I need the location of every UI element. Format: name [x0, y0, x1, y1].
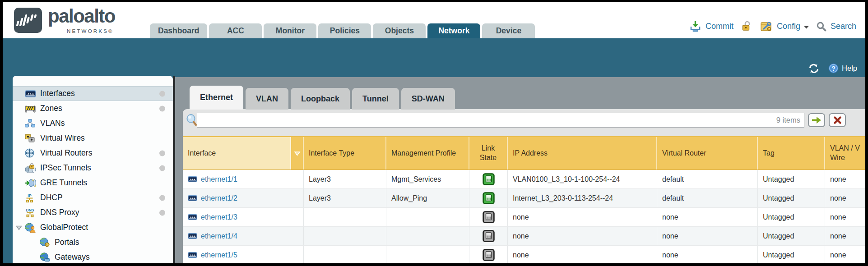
tab-monitor[interactable]: Monitor	[264, 23, 316, 38]
refresh-icon[interactable]	[808, 64, 820, 73]
col-header-link-state[interactable]: Link State	[469, 137, 508, 170]
cell-mgmt	[386, 227, 469, 245]
teal-toolbar: ? Help	[3, 38, 865, 77]
col-header-vlan-virtual-wire[interactable]: VLAN / V Wire	[825, 137, 865, 170]
cell-name: ethernet1/3	[183, 208, 304, 226]
sidebar-item-gre-tunnels[interactable]: GRE Tunnels	[13, 175, 173, 190]
sidebar-list: InterfacesZonesVLANsVirtual WiresVirtual…	[13, 76, 173, 263]
table-row-ethernet1-4: ethernet1/4nonenoneUntaggednone	[183, 227, 865, 246]
cell-link	[469, 208, 508, 226]
sidebar-item-label: Gateways	[55, 252, 90, 262]
cell-mgmt	[386, 208, 469, 226]
cell-type	[304, 246, 386, 263]
tab-acc[interactable]: ACC	[209, 23, 262, 38]
green-arrow-icon	[811, 116, 822, 124]
brand-subtext: NETWORKS®	[67, 28, 114, 34]
link-down-icon	[483, 211, 495, 223]
interface-link[interactable]: ethernet1/3	[201, 213, 237, 221]
cell-ip: none	[508, 208, 657, 226]
cell-tag: Untagged	[758, 227, 825, 245]
interfaces-icon	[25, 89, 37, 99]
sidebar-item-virtual-routers[interactable]: Virtual Routers	[13, 146, 173, 161]
dns-proxy-icon: DNS	[25, 208, 37, 218]
interfaces-table: Interface Interface Type Management Prof…	[183, 136, 865, 263]
ethernet-interface-icon	[188, 252, 197, 258]
table-body: ethernet1/1Layer3Mgmt_ServicesVLAN0100_L…	[183, 170, 865, 263]
commit-icon[interactable]	[689, 21, 701, 32]
tab-policies[interactable]: Policies	[318, 23, 371, 38]
cell-vlan: none	[825, 170, 865, 188]
cell-mgmt: Mgmt_Services	[386, 170, 469, 188]
subtab-vlan[interactable]: VLAN	[246, 88, 288, 110]
column-menu-button[interactable]	[291, 137, 304, 170]
cell-link	[469, 189, 508, 207]
config-button[interactable]: Config	[777, 22, 800, 31]
sidebar-item-virtual-wires[interactable]: Virtual Wires	[13, 131, 173, 146]
status-dot	[159, 105, 165, 111]
table-row-ethernet1-5: ethernet1/5nonenoneUntaggednone	[183, 246, 865, 263]
tab-network[interactable]: Network	[427, 23, 480, 38]
sidebar-item-label: Portals	[55, 238, 79, 247]
top-header: paloalto NETWORKS® Dashboard ACC Monitor…	[3, 2, 865, 38]
main-content: Ethernet VLAN Loopback Tunnel SD-WAN 9 i…	[175, 77, 865, 263]
sidebar-item-globalprotect[interactable]: GlobalProtect	[13, 220, 173, 235]
help-icon[interactable]: ?	[828, 63, 839, 73]
col-header-virtual-router[interactable]: Virtual Router	[657, 137, 758, 170]
sidebar-item-ipsec-tunnels[interactable]: IPSec Tunnels	[13, 161, 173, 175]
sidebar-item-gateways[interactable]: Gateways	[13, 250, 173, 263]
interface-link[interactable]: ethernet1/1	[201, 175, 237, 183]
red-x-icon	[833, 116, 842, 124]
config-icon[interactable]	[760, 21, 773, 32]
filter-input[interactable]	[197, 113, 804, 128]
cell-tag: Untagged	[758, 208, 825, 226]
interface-link[interactable]: ethernet1/4	[201, 232, 237, 240]
table-row-ethernet1-3: ethernet1/3nonenoneUntaggednone	[183, 208, 865, 227]
col-header-interface[interactable]: Interface	[183, 137, 291, 170]
col-header-tag[interactable]: Tag	[758, 137, 825, 170]
subtab-loopback[interactable]: Loopback	[291, 88, 350, 110]
lock-icon[interactable]	[741, 21, 752, 32]
portals-icon	[39, 238, 51, 248]
expander-icon[interactable]	[16, 225, 22, 230]
link-up-icon	[483, 192, 495, 204]
status-dot	[159, 150, 165, 156]
col-header-management-profile[interactable]: Management Profile	[386, 137, 469, 170]
sidebar-item-portals[interactable]: Portals	[13, 235, 173, 250]
col-header-interface-type[interactable]: Interface Type	[304, 137, 386, 170]
cell-type: Layer3	[304, 189, 386, 207]
cell-tag: Untagged	[758, 170, 825, 188]
subtab-tunnel[interactable]: Tunnel	[352, 88, 399, 110]
sidebar-item-vlans[interactable]: VLANs	[13, 116, 173, 131]
tab-device[interactable]: Device	[482, 23, 535, 38]
virtual-routers-icon	[25, 148, 37, 158]
sidebar-item-zones[interactable]: Zones	[13, 101, 173, 116]
subtab-ethernet[interactable]: Ethernet	[190, 86, 243, 110]
clear-filter-button[interactable]	[829, 113, 846, 127]
vlans-icon	[25, 119, 37, 128]
sidebar-item-dns-proxy[interactable]: DNSDNS Proxy	[13, 205, 173, 220]
sidebar-item-interfaces[interactable]: Interfaces	[13, 86, 173, 101]
panos-web-ui: paloalto NETWORKS® Dashboard ACC Monitor…	[3, 2, 865, 263]
col-header-vlan-line2: Wire	[830, 153, 845, 163]
help-link[interactable]: Help	[842, 64, 857, 73]
screenshot-frame: paloalto NETWORKS® Dashboard ACC Monitor…	[0, 0, 868, 266]
sidebar-item-dhcp[interactable]: IPDHCP	[13, 190, 173, 205]
cell-type	[304, 227, 386, 245]
search-icon[interactable]	[816, 21, 826, 32]
tab-dashboard[interactable]: Dashboard	[150, 23, 207, 38]
globalprotect-icon	[25, 223, 37, 233]
cell-ip: none	[508, 227, 657, 245]
chevron-down-icon[interactable]	[803, 25, 809, 29]
status-dot	[159, 165, 165, 171]
subtab-sdwan[interactable]: SD-WAN	[401, 88, 455, 110]
commit-button[interactable]: Commit	[706, 22, 733, 31]
sort-dropdown-icon	[294, 151, 301, 156]
col-header-ip-address[interactable]: IP Address	[508, 137, 657, 170]
ethernet-interface-icon	[188, 195, 197, 202]
apply-filter-button[interactable]	[808, 113, 825, 127]
svg-text:?: ?	[831, 65, 836, 72]
tab-objects[interactable]: Objects	[373, 23, 426, 38]
search-button[interactable]: Search	[831, 22, 856, 31]
interface-link[interactable]: ethernet1/2	[201, 194, 237, 202]
interface-link[interactable]: ethernet1/5	[201, 251, 237, 259]
